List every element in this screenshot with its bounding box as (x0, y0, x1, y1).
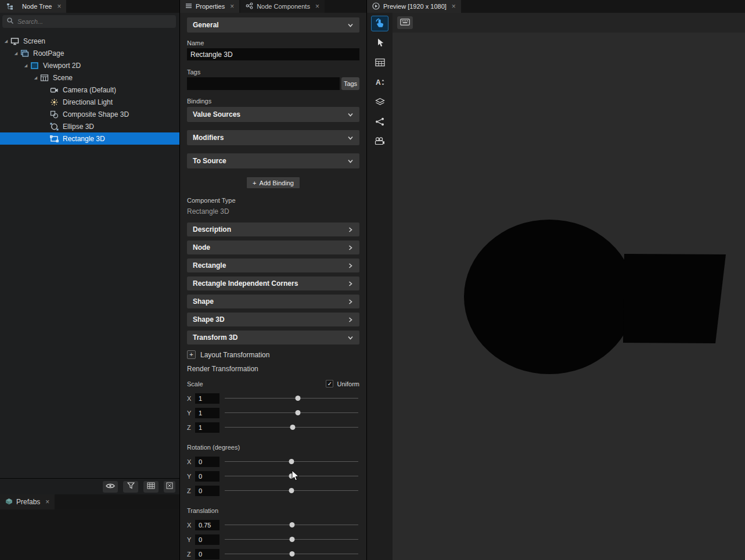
preview-shape (393, 33, 745, 560)
kanzi-studio-window: Node Tree × ◢ Screen ◢ RootPage (0, 0, 745, 560)
slider-thumb[interactable] (290, 522, 295, 527)
tree-item-label: Screen (23, 37, 45, 45)
slider-thumb[interactable] (296, 410, 301, 415)
tree-item-rootpage[interactable]: ◢ RootPage (0, 47, 179, 59)
translation-y-slider[interactable] (225, 532, 359, 547)
tab-prefabs[interactable]: Prefabs × (0, 494, 55, 509)
tab-node-components[interactable]: Node Components × (240, 0, 325, 13)
layers-tool-button[interactable] (371, 95, 388, 110)
search-input[interactable] (17, 18, 172, 25)
text-tool-button[interactable]: A (371, 75, 388, 91)
slider-track[interactable] (225, 412, 358, 413)
name-field[interactable] (187, 48, 359, 60)
slider-thumb[interactable] (290, 425, 296, 430)
interact-tool-button[interactable] (371, 16, 388, 31)
camera-tool-button[interactable] (371, 134, 388, 150)
shape-section-header[interactable]: Shape (187, 295, 359, 308)
expander-icon[interactable]: ◢ (22, 63, 30, 68)
tab-node-tree[interactable]: Node Tree × (0, 0, 66, 13)
rectangle-section-header[interactable]: Rectangle (187, 259, 359, 272)
visibility-toggle-button[interactable] (103, 481, 118, 493)
expander-icon[interactable]: ◢ (12, 51, 20, 56)
rotation-z-slider[interactable] (225, 483, 359, 498)
translation-x-input[interactable] (195, 520, 219, 530)
uniform-checkbox[interactable]: ✓ (326, 380, 333, 387)
virtual-keyboard-button[interactable] (397, 16, 413, 29)
node-tree: ◢ Screen ◢ RootPage ◢ Viewport 2D ◢ Scen… (0, 30, 179, 478)
add-binding-label: Add Binding (260, 180, 294, 186)
expander-icon[interactable]: ◢ (32, 76, 39, 80)
connections-tool-button[interactable] (371, 114, 388, 130)
close-icon[interactable]: × (57, 3, 61, 9)
select-tool-button[interactable] (371, 35, 388, 51)
chevron-down-icon (347, 22, 354, 28)
properties-tabbar: Properties × Node Components × (180, 0, 366, 13)
value-sources-section-header[interactable]: Value Sources (187, 107, 359, 122)
rotation-z-input[interactable] (195, 486, 219, 496)
translation-y-input[interactable] (195, 534, 219, 545)
close-icon[interactable]: × (452, 3, 456, 9)
axis-label: X (187, 522, 195, 529)
scale-y-slider[interactable] (225, 405, 359, 420)
scale-x-input[interactable] (195, 393, 219, 404)
rotation-y-input[interactable] (195, 471, 219, 482)
filter-button[interactable] (123, 481, 138, 493)
tree-item-viewport-2d[interactable]: ◢ Viewport 2D (0, 59, 179, 71)
slider-thumb[interactable] (289, 488, 294, 493)
translation-z-input[interactable] (195, 549, 219, 559)
rotation-x-input[interactable] (195, 457, 219, 467)
slider-thumb[interactable] (290, 537, 295, 542)
scale-z-slider[interactable] (225, 420, 359, 435)
close-icon[interactable]: × (315, 3, 319, 9)
tree-item-ellipse-3d[interactable]: Ellipse 3D (0, 120, 179, 132)
tree-item-label: Composite Shape 3D (63, 110, 129, 119)
slider-thumb[interactable] (290, 551, 295, 557)
scale-z-input[interactable] (195, 422, 219, 433)
expander-icon[interactable]: ◢ (2, 39, 10, 44)
rectangle-independent-corners-section-header[interactable]: Rectangle Independent Corners (187, 277, 359, 290)
scale-x-slider[interactable] (225, 391, 359, 405)
slider-thumb[interactable] (289, 473, 294, 479)
to-source-section-header[interactable]: To Source (187, 153, 359, 168)
transform-3d-section-header[interactable]: Transform 3D (187, 331, 359, 344)
tree-item-composite-shape-3d[interactable]: Composite Shape 3D (0, 108, 179, 120)
preview-canvas[interactable] (393, 33, 745, 560)
general-section-header[interactable]: General (187, 17, 359, 33)
panel-options-button[interactable] (164, 481, 175, 493)
chevron-down-icon (347, 135, 354, 141)
translation-x-slider[interactable] (225, 518, 359, 532)
tree-item-camera[interactable]: Camera (Default) (0, 84, 179, 96)
expand-layout-transformation-button[interactable]: + (187, 350, 196, 359)
shape-3d-section-header[interactable]: Shape 3D (187, 313, 359, 326)
chevron-down-icon (347, 158, 354, 164)
description-section-header[interactable]: Description (187, 222, 359, 236)
slider-thumb[interactable] (289, 459, 294, 464)
tags-button[interactable]: Tags (341, 77, 359, 90)
close-icon[interactable]: × (45, 499, 49, 505)
tree-item-rectangle-3d[interactable]: Rectangle 3D (0, 132, 179, 145)
table-tool-button[interactable] (371, 55, 388, 71)
node-tree-tabbar: Node Tree × (0, 0, 179, 13)
chevron-right-icon (347, 227, 354, 233)
scale-z-row: Z (187, 420, 359, 435)
properties-icon (185, 3, 192, 10)
rotation-y-slider[interactable] (225, 469, 359, 483)
rotation-x-slider[interactable] (225, 454, 359, 469)
tree-item-directional-light[interactable]: Directional Light (0, 96, 179, 108)
translation-z-slider[interactable] (225, 547, 359, 560)
add-binding-button[interactable]: + Add Binding (246, 177, 300, 189)
close-icon[interactable]: × (230, 3, 234, 9)
slider-track[interactable] (225, 398, 358, 399)
scale-y-input[interactable] (195, 408, 219, 418)
tab-properties[interactable]: Properties × (180, 0, 239, 13)
slider-thumb[interactable] (296, 396, 301, 401)
grid-view-button[interactable] (143, 481, 159, 493)
search-box[interactable] (2, 15, 176, 28)
tab-preview[interactable]: Preview [1920 x 1080] × (367, 0, 461, 13)
modifiers-section-header[interactable]: Modifiers (187, 130, 359, 145)
tags-field[interactable] (187, 77, 340, 90)
tree-item-scene[interactable]: ◢ Scene (0, 71, 179, 84)
node-section-header[interactable]: Node (187, 240, 359, 254)
tree-item-screen[interactable]: ◢ Screen (0, 35, 179, 47)
ellipse-icon (49, 122, 59, 131)
